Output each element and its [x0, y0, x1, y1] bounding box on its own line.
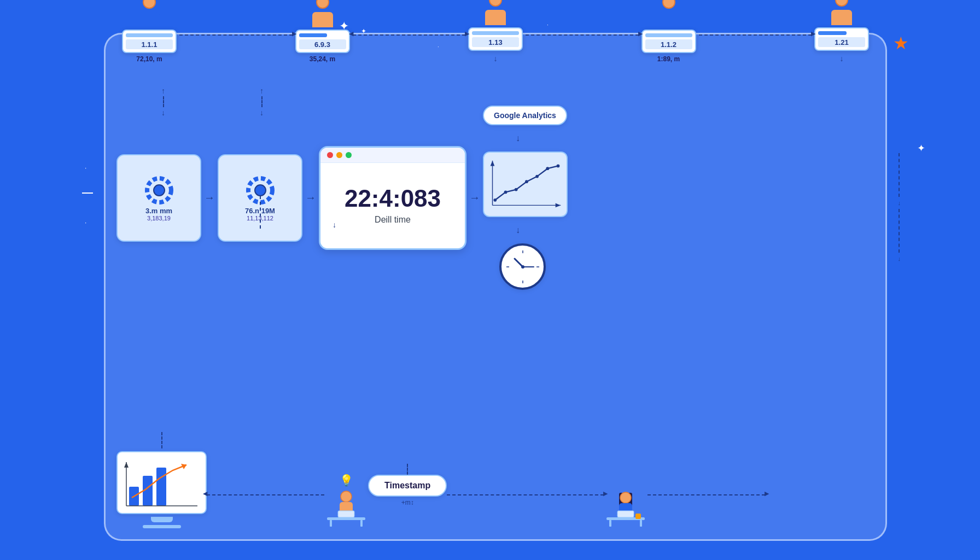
dot-left-icon: · [85, 164, 86, 172]
user-1-head [143, 0, 156, 9]
down-arrow-3: ↓ [494, 54, 498, 63]
arrow-user-monitor: ◀ [207, 494, 324, 495]
sparkle-right-icon: ✦ [917, 142, 925, 154]
user-metric-4: 1:89, m [657, 55, 680, 63]
svg-rect-41 [609, 520, 611, 527]
right-vert-line1 [899, 153, 900, 197]
clock-circle [499, 243, 546, 290]
user-node-4: 1.1.2 1:89, m [641, 0, 696, 63]
main-scene: ✦ ✦ ✦ · · ★ ✦ · — · 1.1.1 72,10, m ▶ [0, 0, 980, 560]
bottom-section: ◀ 💡 [116, 432, 874, 528]
left-gear-label: 3.m mm [145, 207, 172, 215]
user-4-head [662, 0, 675, 9]
browser-box-2: 6.9.3 [295, 30, 350, 53]
user-metric-1: 72,10, m [136, 55, 162, 63]
monitor-up-line [161, 432, 162, 448]
svg-point-2 [255, 185, 266, 196]
arrow-gear-mid: → [201, 191, 218, 204]
main-panel: 1.1.1 72,10, m ▶ 6.9.3 35,24, m ◀ [104, 33, 887, 541]
user-5-head [835, 0, 848, 7]
timestamp-up-line [407, 464, 408, 475]
svg-rect-34 [360, 520, 363, 527]
right-section: Google Analytics ↓ [483, 106, 568, 290]
browser-bar-1 [126, 33, 173, 37]
arrow-user2-clock: ▶ [648, 494, 765, 495]
svg-marker-14 [491, 161, 495, 166]
dot-left2-icon: · [85, 219, 86, 226]
user-2-body [312, 12, 333, 27]
monitor-box [116, 451, 207, 514]
browser-box-5: 1.21 [814, 27, 869, 51]
svg-point-0 [154, 185, 165, 196]
ga-badge: Google Analytics [483, 106, 567, 125]
browser-version-4: 1.1.2 [645, 39, 692, 49]
timestamp-badge: Timestamp [368, 475, 447, 497]
top-user-row: 1.1.1 72,10, m ▶ 6.9.3 35,24, m ◀ [122, 0, 869, 63]
browser-bar-2 [299, 33, 328, 37]
arrow-mid-display: → [302, 191, 319, 204]
user-5-body [831, 10, 852, 25]
arrow-display-ga: → [466, 191, 483, 204]
mid-gear-down-line [260, 196, 261, 229]
star-orange-icon: ★ [893, 33, 909, 54]
display-content: 22:4:083 Deill time [320, 163, 465, 248]
svg-point-36 [620, 492, 631, 503]
arrow-right6-icon: ▶ [765, 490, 769, 497]
user-node-3: 1.13 ↓ [468, 0, 523, 63]
timestamp-section: Timestamp +m↕ [368, 464, 447, 506]
vert-arrow-mid: ↑ ↓ [260, 86, 264, 117]
svg-point-6 [515, 188, 518, 191]
clock-svg [504, 248, 542, 286]
chart-svg [489, 158, 561, 211]
svg-marker-13 [556, 203, 561, 208]
lightbulb-icon: 💡 [340, 474, 353, 487]
right-vert-arrow1: ↓ [898, 200, 901, 206]
sitting-figure-2-svg [604, 490, 648, 528]
arrow-right5-icon: ▶ [603, 490, 608, 497]
user-3-body [485, 10, 506, 25]
svg-marker-28 [124, 462, 129, 468]
arrow-left-icon: ◀ [349, 30, 353, 37]
dot-red [327, 152, 333, 158]
browser-box-1: 1.1.1 [122, 30, 177, 53]
svg-point-10 [557, 165, 560, 168]
display-titlebar [320, 148, 465, 163]
sitting-user-2 [604, 490, 648, 528]
vert-arrow-left: ↑ ↓ [161, 86, 165, 117]
left-gear-box: 3.m mm 3,183,19 [116, 154, 201, 242]
svg-rect-32 [338, 511, 354, 517]
right-vert-line2 [899, 209, 900, 253]
right-side-arrows: ↓ ↓ [898, 153, 901, 262]
dot-green [346, 152, 352, 158]
user-node-2: 6.9.3 35,24, m [295, 0, 350, 63]
browser-version-2: 6.9.3 [299, 39, 346, 49]
user-4-body [658, 12, 679, 27]
chart-down-arrow: ↓ [516, 225, 520, 235]
arrow-left2-icon: ◀ [203, 490, 207, 497]
sitting-user-1: 💡 [324, 474, 368, 528]
user-2-head [316, 0, 329, 9]
arrow-right-icon: ▶ [292, 30, 296, 37]
svg-rect-39 [617, 511, 634, 517]
svg-point-17 [521, 265, 524, 269]
arrow-right3-icon: ▶ [638, 30, 643, 37]
arrow-right4-icon: ▶ [811, 30, 815, 37]
user-node-5: 1.21 ↓ [814, 0, 869, 63]
user-node-1: 1.1.1 72,10, m [122, 0, 177, 63]
chart-box [483, 151, 568, 217]
arrow-timestamp-right: ▶ [447, 494, 604, 495]
monitor-section [116, 432, 207, 528]
dwell-label: Deill time [375, 215, 411, 225]
monitor-stand [151, 517, 173, 522]
browser-version-3: 1.13 [472, 37, 519, 47]
svg-rect-40 [635, 514, 641, 519]
browser-version-5: 1.21 [818, 37, 865, 47]
display-down-arrow: ↓ [332, 220, 336, 229]
big-number: 22:4:083 [345, 186, 441, 211]
svg-point-7 [525, 180, 528, 183]
browser-box-4: 1.1.2 [641, 30, 696, 53]
sitting-figure-1-svg [324, 490, 368, 528]
arrow-3-4: ▶ [526, 34, 639, 36]
browser-bar-5 [818, 31, 847, 35]
right-vert-arrow2: ↓ [898, 255, 901, 262]
